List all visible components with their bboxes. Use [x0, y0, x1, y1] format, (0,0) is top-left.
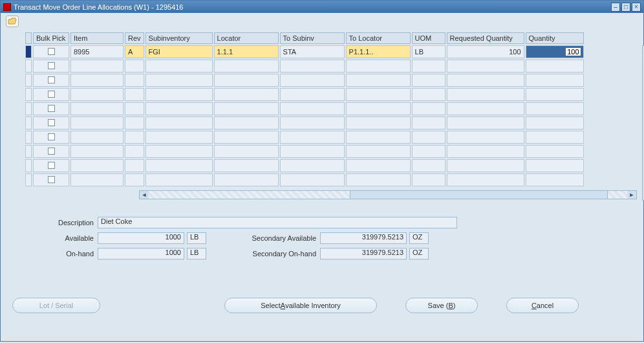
- row-selector[interactable]: [25, 145, 32, 158]
- locator-cell[interactable]: [214, 159, 279, 172]
- subinv-cell[interactable]: FGI: [145, 45, 213, 58]
- subinv-cell[interactable]: [145, 145, 213, 158]
- hscroll-thumb[interactable]: [350, 191, 608, 199]
- column-header-qty[interactable]: Quantity: [526, 32, 584, 44]
- checkbox-icon[interactable]: [48, 48, 55, 55]
- column-header-subinv[interactable]: Subinventory: [145, 32, 213, 44]
- reqqty-cell[interactable]: [447, 116, 524, 129]
- tolocator-cell[interactable]: [346, 60, 411, 72]
- bulkpick-cell[interactable]: [33, 45, 69, 58]
- bulkpick-cell[interactable]: [33, 116, 69, 129]
- tosubinv-cell[interactable]: STA: [280, 45, 345, 58]
- table-row[interactable]: [25, 88, 584, 101]
- uom-cell[interactable]: LB: [412, 45, 445, 58]
- subinv-cell[interactable]: [145, 116, 213, 129]
- column-header-uom[interactable]: UOM: [412, 32, 445, 44]
- checkbox-icon[interactable]: [48, 176, 55, 183]
- checkbox-icon[interactable]: [48, 133, 55, 140]
- tosubinv-cell[interactable]: [280, 74, 345, 87]
- item-cell[interactable]: [70, 60, 123, 72]
- row-selector[interactable]: [25, 173, 32, 186]
- row-selector[interactable]: [25, 74, 32, 87]
- qty-cell[interactable]: [526, 173, 584, 186]
- subinv-cell[interactable]: [145, 173, 213, 186]
- locator-cell[interactable]: [214, 102, 279, 115]
- qty-cell[interactable]: [526, 159, 584, 172]
- qty-cell[interactable]: [526, 88, 584, 101]
- item-cell[interactable]: [70, 159, 123, 172]
- tosubinv-cell[interactable]: [280, 131, 345, 144]
- subinv-cell[interactable]: [145, 131, 213, 144]
- uom-cell[interactable]: [412, 159, 445, 172]
- open-folder-icon[interactable]: [6, 16, 19, 27]
- column-header-reqqty[interactable]: Requested Quantity: [447, 32, 524, 44]
- column-header-tosubinv[interactable]: To Subinv: [280, 32, 345, 44]
- bulkpick-cell[interactable]: [33, 102, 69, 115]
- qty-cell[interactable]: [526, 116, 584, 129]
- tolocator-cell[interactable]: [346, 88, 411, 101]
- locator-cell[interactable]: 1.1.1: [214, 45, 279, 58]
- table-row[interactable]: [25, 116, 584, 129]
- available-uom-field[interactable]: LB: [187, 232, 206, 244]
- table-row[interactable]: [25, 173, 584, 186]
- uom-cell[interactable]: [412, 74, 445, 87]
- available-field[interactable]: 1000: [98, 232, 184, 244]
- reqqty-cell[interactable]: [447, 159, 524, 172]
- tosubinv-cell[interactable]: [280, 88, 345, 101]
- row-selector[interactable]: [25, 60, 32, 72]
- rev-cell[interactable]: A: [125, 45, 144, 58]
- tolocator-cell[interactable]: [346, 173, 411, 186]
- locator-cell[interactable]: [214, 116, 279, 129]
- checkbox-icon[interactable]: [48, 76, 55, 83]
- reqqty-cell[interactable]: [447, 60, 524, 72]
- reqqty-cell[interactable]: [447, 74, 524, 87]
- item-cell[interactable]: 8995: [70, 45, 123, 58]
- table-row[interactable]: [25, 60, 584, 72]
- uom-cell[interactable]: [412, 88, 445, 101]
- onhand-field[interactable]: 1000: [98, 248, 184, 260]
- uom-cell[interactable]: [412, 173, 445, 186]
- tosubinv-cell[interactable]: [280, 60, 345, 72]
- item-cell[interactable]: [70, 74, 123, 87]
- scroll-left-icon[interactable]: ◄: [140, 191, 149, 199]
- table-row[interactable]: [25, 145, 584, 158]
- row-selector[interactable]: [25, 131, 32, 144]
- onhand-uom-field[interactable]: LB: [187, 248, 206, 260]
- checkbox-icon[interactable]: [48, 91, 55, 98]
- cancel-button[interactable]: Cancel: [506, 298, 579, 313]
- reqqty-cell[interactable]: [447, 131, 524, 144]
- sec-onhand-field[interactable]: 319979.5213: [320, 248, 407, 260]
- tolocator-cell[interactable]: [346, 74, 411, 87]
- sec-onhand-uom-field[interactable]: OZ: [409, 248, 429, 260]
- rev-cell[interactable]: [125, 60, 144, 72]
- tosubinv-cell[interactable]: [280, 116, 345, 129]
- column-header-item[interactable]: Item: [70, 32, 123, 44]
- description-field[interactable]: Diet Coke: [98, 217, 457, 228]
- locator-cell[interactable]: [214, 145, 279, 158]
- subinv-cell[interactable]: [145, 159, 213, 172]
- column-header-locator[interactable]: Locator: [214, 32, 279, 44]
- checkbox-icon[interactable]: [48, 62, 55, 69]
- rev-cell[interactable]: [125, 116, 144, 129]
- bulkpick-cell[interactable]: [33, 74, 69, 87]
- uom-cell[interactable]: [412, 145, 445, 158]
- qty-cell[interactable]: [526, 102, 584, 115]
- tosubinv-cell[interactable]: [280, 173, 345, 186]
- tosubinv-cell[interactable]: [280, 159, 345, 172]
- row-selector[interactable]: [25, 88, 32, 101]
- reqqty-cell[interactable]: [447, 88, 524, 101]
- bulkpick-cell[interactable]: [33, 60, 69, 72]
- subinv-cell[interactable]: [145, 74, 213, 87]
- rev-cell[interactable]: [125, 102, 144, 115]
- column-header-rev[interactable]: Rev: [125, 32, 144, 44]
- checkbox-icon[interactable]: [48, 105, 55, 112]
- checkbox-icon[interactable]: [48, 119, 55, 126]
- rev-cell[interactable]: [125, 88, 144, 101]
- tolocator-cell[interactable]: [346, 145, 411, 158]
- locator-cell[interactable]: [214, 60, 279, 72]
- tosubinv-cell[interactable]: [280, 145, 345, 158]
- reqqty-cell[interactable]: [447, 173, 524, 186]
- lot-serial-button[interactable]: Lot / Serial: [12, 298, 100, 313]
- item-cell[interactable]: [70, 88, 123, 101]
- minimize-button[interactable]: –: [611, 3, 620, 12]
